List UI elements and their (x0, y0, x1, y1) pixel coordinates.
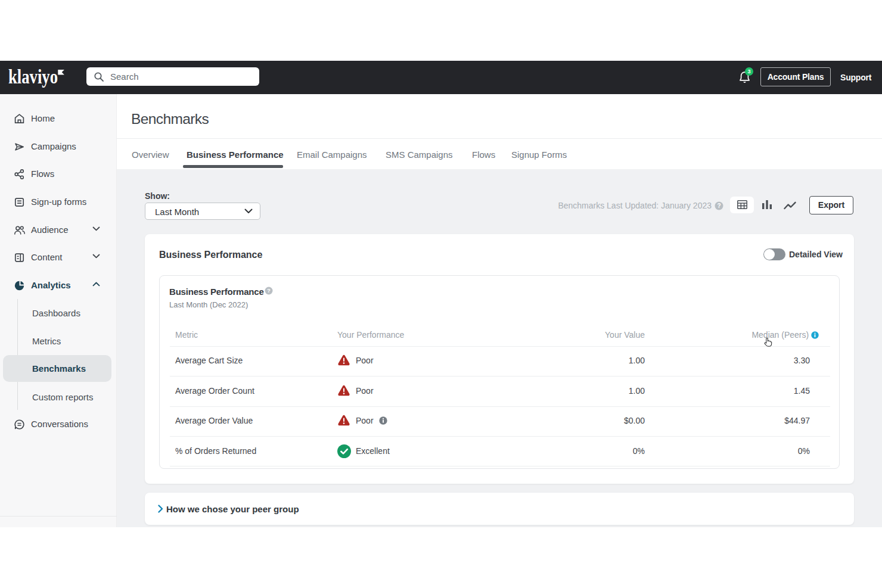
svg-text:?: ? (717, 203, 720, 209)
svg-text:klaviyo: klaviyo (8, 66, 58, 88)
svg-text:?: ? (267, 287, 271, 294)
